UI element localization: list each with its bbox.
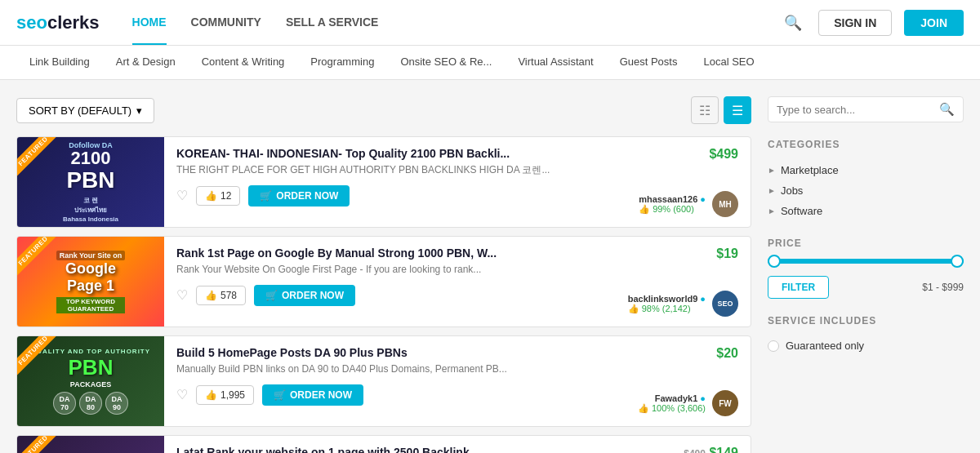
listing-title: Latat Rank your website on 1 page with 2… (176, 446, 738, 453)
cart-icon: 🛒 (260, 190, 272, 202)
listing-desc: Manually Build PBN links on DA 90 to DA4… (176, 362, 738, 376)
seller-name: Fawadyk1 ● (638, 393, 706, 403)
cat-onsite-seo[interactable]: Onsite SEO & Re... (387, 46, 505, 80)
cart-icon: 🛒 (274, 389, 286, 401)
like-count: 1,995 (220, 389, 245, 401)
cat-guest-posts[interactable]: Guest Posts (607, 46, 691, 80)
listing-card: FEATURED QUALITY AND TOP AUTHORITY PBN P… (16, 335, 751, 427)
listing-title: KOREAN- THAI- INDONESIAN- Top Quality 21… (176, 147, 738, 160)
chevron-right-icon: ► (768, 166, 776, 175)
listing-price: $19 (716, 246, 738, 261)
sidebar: 🔍 CATEGORIES ► Marketplace ► Jobs ► Soft… (768, 96, 964, 453)
listing-thumbnail: FEATURED Rank Your Site on GooglePage 1 … (17, 237, 164, 326)
sign-in-button[interactable]: SIGN IN (818, 10, 892, 36)
order-button[interactable]: 🛒 ORDER NOW (254, 285, 355, 306)
price-slider-min-thumb[interactable] (768, 255, 781, 268)
service-includes-section: SERVICE INCLUDES Guaranteed only (768, 315, 964, 355)
grid-view-button[interactable]: ☷ (691, 96, 719, 124)
sidebar-item-marketplace[interactable]: ► Marketplace (768, 160, 964, 180)
listing-seller: Fawadyk1 ● 👍 100% (3,606) FW (638, 390, 738, 416)
favorite-button[interactable]: ♡ (176, 188, 188, 203)
seller-avatar: SEO (712, 291, 738, 317)
sidebar-search-input[interactable] (777, 104, 939, 116)
listing-card: FEATURED Dofollow DA 2100 PBN 코 렌ประเทศไ… (16, 136, 751, 228)
favorite-button[interactable]: ♡ (176, 387, 188, 402)
listing-price: $499 (709, 147, 738, 162)
seller-rating: 👍 100% (3,606) (638, 403, 706, 414)
main-nav: HOME COMMUNITY SELL A SERVICE (132, 1, 781, 45)
featured-badge: FEATURED (17, 336, 59, 376)
sidebar-item-label: Marketplace (781, 164, 839, 176)
price-slider-fill (768, 259, 964, 264)
cat-art-design[interactable]: Art & Design (103, 46, 189, 80)
seller-rating: 👍 98% (2,142) (628, 304, 706, 314)
cat-virtual-assistant[interactable]: Virtual Assistant (505, 46, 606, 80)
categories-title: CATEGORIES (768, 139, 964, 150)
listing-card: FEATURED Rank Your Site on GooglePage 1 … (16, 236, 751, 327)
like-count: 12 (220, 190, 231, 202)
seller-rating: 👍 99% (600) (639, 204, 706, 215)
listing-thumbnail: FEATURED QUALITY AND TOP AUTHORITY PBN P… (17, 336, 164, 426)
guaranteed-only-checkbox[interactable]: Guaranteed only (768, 336, 964, 355)
cart-icon: 🛒 (265, 290, 278, 301)
listing-body: KOREAN- THAI- INDONESIAN- Top Quality 21… (164, 137, 751, 227)
logo-clerks: clerks (47, 12, 100, 33)
sort-button[interactable]: SORT BY (DEFAULT) ▾ (16, 98, 154, 123)
like-button[interactable]: 👍 12 (196, 186, 240, 206)
listing-body: Rank 1st Page on Google By Manual Strong… (164, 237, 751, 326)
seller-name: mhassaan126 ● (639, 194, 706, 204)
current-price: $149 (709, 446, 738, 453)
thumbs-up-icon: 👍 (205, 190, 217, 202)
listing-title: Build 5 HomePage Posts DA 90 Plus PBNs (176, 346, 738, 359)
sidebar-search-box: 🔍 (768, 96, 964, 122)
order-button[interactable]: 🛒 ORDER NOW (248, 185, 350, 207)
order-button[interactable]: 🛒 ORDER NOW (262, 384, 363, 406)
view-toggle: ☷ ☰ (691, 96, 751, 124)
cat-programming[interactable]: Programming (297, 46, 387, 80)
nav-sell[interactable]: SELL A SERVICE (286, 1, 379, 45)
search-icon-button[interactable]: 🔍 (780, 10, 806, 36)
search-icon: 🔍 (939, 102, 955, 117)
cat-content-writing[interactable]: Content & Writing (189, 46, 298, 80)
featured-badge: FEATURED (17, 237, 59, 277)
nav-community[interactable]: COMMUNITY (191, 1, 261, 45)
listing-body: Latat Rank your website on 1 page with 2… (164, 436, 751, 453)
header: seoclerks HOME COMMUNITY SELL A SERVICE … (0, 0, 980, 46)
sidebar-item-software[interactable]: ► Software (768, 201, 964, 221)
sidebar-item-label: Jobs (781, 184, 803, 197)
main-content: SORT BY (DEFAULT) ▾ ☷ ☰ FEATURED Dofollo… (0, 80, 980, 453)
price-slider-max-thumb[interactable] (951, 255, 964, 268)
listing-card: FEATURED HOW TO GET Latat Rank your webs… (16, 435, 751, 453)
filter-button[interactable]: FILTER (768, 276, 829, 299)
favorite-button[interactable]: ♡ (176, 287, 188, 303)
listing-price: $400 $149 (684, 446, 738, 453)
seller-name: backlinksworld9 ● (628, 294, 706, 304)
listing-desc: Rank Your Website On Google First Page -… (176, 263, 738, 277)
sidebar-item-label: Software (781, 205, 822, 217)
cat-link-building[interactable]: Link Building (16, 46, 103, 80)
join-button[interactable]: JOIN (904, 10, 964, 36)
categories-section: CATEGORIES ► Marketplace ► Jobs ► Softwa… (768, 139, 964, 221)
listing-title: Rank 1st Page on Google By Manual Strong… (176, 246, 738, 260)
sort-label: SORT BY (DEFAULT) (29, 104, 131, 117)
listing-thumbnail: FEATURED HOW TO GET (17, 436, 164, 453)
sidebar-item-jobs[interactable]: ► Jobs (768, 180, 964, 201)
like-button[interactable]: 👍 1,995 (196, 385, 254, 405)
featured-badge: FEATURED (17, 436, 59, 453)
listing-seller: backlinksworld9 ● 👍 98% (2,142) SEO (628, 291, 738, 317)
old-price: $400 (684, 448, 706, 453)
like-count: 578 (220, 290, 237, 301)
category-nav: Link Building Art & Design Content & Wri… (0, 46, 980, 80)
list-view-button[interactable]: ☰ (724, 96, 751, 124)
listings-toolbar: SORT BY (DEFAULT) ▾ ☷ ☰ (16, 96, 751, 124)
thumbs-up-icon: 👍 (205, 290, 217, 301)
logo[interactable]: seoclerks (16, 12, 100, 33)
seller-avatar: MH (712, 191, 738, 217)
nav-home[interactable]: HOME (132, 1, 167, 45)
service-includes-title: SERVICE INCLUDES (768, 315, 964, 326)
thumbs-up-icon: 👍 (205, 389, 217, 401)
cat-local-seo[interactable]: Local SEO (690, 46, 767, 80)
chevron-right-icon: ► (768, 207, 776, 215)
like-button[interactable]: 👍 578 (196, 286, 246, 305)
filter-row: FILTER $1 - $999 (768, 276, 964, 299)
